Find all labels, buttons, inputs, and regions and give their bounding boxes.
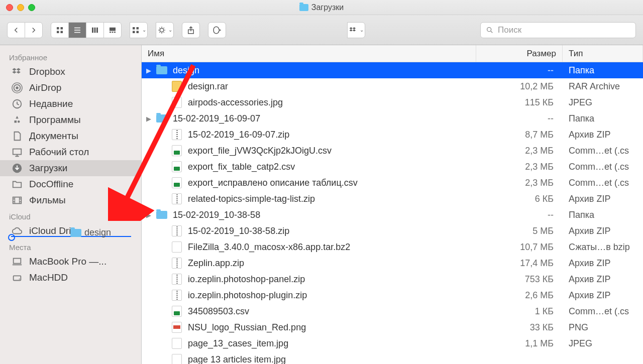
svg-rect-4 — [74, 27, 80, 28]
file-type: Архив ZIP — [563, 290, 643, 301]
svg-rect-10 — [110, 27, 116, 31]
forward-button[interactable] — [25, 22, 43, 38]
folder-icon — [11, 179, 23, 190]
sidebar-item-movies[interactable]: Фильмы — [0, 192, 141, 208]
file-row[interactable]: page 13 articles item.jpg — [142, 351, 643, 364]
folder-icon — [156, 66, 168, 74]
jpg-icon — [171, 354, 183, 364]
png-icon — [171, 322, 183, 333]
file-type: Comm…et (.cs — [563, 162, 643, 172]
drag-ghost-label: design — [84, 227, 111, 238]
share-button[interactable] — [182, 22, 200, 38]
svg-rect-15 — [137, 27, 139, 30]
svg-rect-3 — [61, 31, 63, 33]
file-type: Папка — [563, 210, 643, 220]
file-type: Архив ZIP — [563, 274, 643, 285]
sidebar-item-desktop[interactable]: Рабочий стол — [0, 144, 141, 160]
svg-rect-29 — [14, 276, 21, 280]
view-list-button[interactable] — [68, 22, 86, 38]
search-input[interactable]: Поиск — [480, 22, 636, 38]
file-name: io.zeplin.photoshop-panel.zip — [188, 274, 476, 285]
file-row[interactable]: design.rar10,2 МБRAR Archive — [142, 78, 643, 94]
sidebar-item-dropbox[interactable]: Dropbox — [0, 64, 141, 80]
view-columns-button[interactable] — [86, 22, 104, 38]
disclosure-triangle[interactable]: ▶ — [142, 67, 156, 74]
file-size: 2,6 МБ — [476, 290, 563, 301]
sidebar-item-apps[interactable]: Программы — [0, 112, 141, 128]
csv-icon — [171, 161, 183, 172]
file-type: Архив ZIP — [563, 226, 643, 236]
file-row[interactable]: Zeplin.app.zip17,4 МБАрхив ZIP — [142, 255, 643, 271]
file-row[interactable]: export_исправлено описание таблиц.csv2,3… — [142, 175, 643, 191]
sidebar-item-label: Фильмы — [29, 195, 66, 206]
svg-rect-9 — [96, 27, 98, 33]
file-row[interactable]: 345089503.csv1 КБComm…et (.cs — [142, 303, 643, 319]
sidebar-item-label: MacHDD — [29, 272, 68, 283]
svg-rect-27 — [13, 197, 22, 204]
file-name: design.rar — [188, 81, 476, 92]
csv-icon — [171, 145, 183, 156]
sidebar-item-documents[interactable]: Документы — [0, 128, 141, 144]
file-row[interactable]: ▶15-02-2019_10-38-58--Папка — [142, 207, 643, 223]
column-type[interactable]: Тип — [563, 45, 643, 62]
apps-icon — [11, 114, 23, 126]
sidebar-item-airdrop[interactable]: AirDrop — [0, 80, 141, 96]
svg-rect-8 — [94, 27, 96, 33]
disclosure-triangle[interactable]: ▶ — [142, 211, 156, 219]
file-row[interactable]: io.zeplin.photoshop-panel.zip753 КБАрхив… — [142, 271, 643, 287]
sidebar: ИзбранноеDropboxAirDropНедавниеПрограммы… — [0, 45, 142, 364]
file-row[interactable]: NSU_logo_Russian_Red.png33 КБPNG — [142, 319, 643, 335]
file-row[interactable]: ▶15-02-2019_16-09-07--Папка — [142, 110, 643, 127]
disclosure-triangle[interactable]: ▶ — [142, 115, 156, 123]
folder-icon — [156, 211, 168, 219]
file-row[interactable]: ▶design--Папка — [142, 62, 643, 78]
window-controls — [0, 4, 35, 11]
file-row[interactable]: FileZilla_3.40.0_macosx-x86.app.tar.bz21… — [142, 239, 643, 255]
sidebar-item-label: Документы — [29, 131, 78, 142]
file-row[interactable]: page_13_cases_item.jpg1,1 МБJPEG — [142, 335, 643, 351]
recent-icon — [11, 98, 23, 109]
sidebar-item-laptop[interactable]: MacBook Pro —... — [0, 254, 141, 270]
file-name: 15-02-2019_10-38-58.zip — [188, 226, 476, 236]
file-row[interactable]: export_file_jVW3QcKjp2kJOigU.csv2,3 МБCo… — [142, 143, 643, 159]
file-type: Архив ZIP — [563, 130, 643, 140]
view-gallery-button[interactable] — [103, 22, 122, 38]
downloads-icon — [11, 163, 23, 174]
column-size[interactable]: Размер — [476, 45, 563, 62]
file-row[interactable]: airpods-accessories.jpg115 КБJPEG — [142, 94, 643, 110]
sidebar-item-folder[interactable]: DocOffline — [0, 176, 141, 192]
window-title: Загрузки — [0, 3, 643, 12]
view-icons-button[interactable] — [51, 22, 69, 38]
svg-point-21 — [16, 86, 19, 89]
file-row[interactable]: 15-02-2019_16-09-07.zip8,7 МБАрхив ZIP — [142, 127, 643, 143]
file-type: Папка — [563, 113, 643, 124]
maximize-window-button[interactable] — [28, 4, 35, 11]
back-button[interactable] — [7, 22, 25, 38]
sidebar-item-label: Недавние — [29, 98, 73, 109]
sidebar-item-recent[interactable]: Недавние — [0, 96, 141, 112]
window-title-text: Загрузки — [311, 3, 344, 12]
column-name[interactable]: Имя — [142, 45, 476, 62]
zip-icon — [171, 290, 183, 301]
file-row[interactable]: export_fix_table_catp2.csv2,3 МБComm…et … — [142, 159, 643, 175]
file-size: 753 КБ — [476, 274, 563, 285]
file-row[interactable]: io.zeplin.photoshop-plugin.zip2,6 МБАрхи… — [142, 287, 643, 303]
dropbox-toolbar-button[interactable]: ⌄ — [347, 22, 365, 38]
file-name: FileZilla_3.40.0_macosx-x86.app.tar.bz2 — [188, 242, 476, 253]
desktop-icon — [11, 147, 23, 158]
sidebar-item-disk[interactable]: MacHDD — [0, 270, 141, 286]
close-window-button[interactable] — [6, 4, 13, 11]
tags-button[interactable] — [208, 22, 226, 38]
svg-rect-6 — [74, 32, 80, 33]
action-button[interactable]: ⌄ — [156, 22, 174, 38]
file-row[interactable]: 15-02-2019_10-38-58.zip5 МБАрхив ZIP — [142, 223, 643, 239]
svg-rect-0 — [57, 27, 59, 30]
minimize-window-button[interactable] — [17, 4, 24, 11]
file-type: RAR Archive — [563, 81, 643, 92]
arrange-button[interactable]: ⌄ — [130, 22, 148, 38]
file-size: 2,3 МБ — [476, 146, 563, 156]
sidebar-item-downloads[interactable]: Загрузки — [0, 160, 141, 176]
file-type: Папка — [563, 65, 643, 76]
file-type: JPEG — [563, 338, 643, 349]
file-row[interactable]: related-topics-simple-tag-list.zip6 КБАр… — [142, 191, 643, 207]
